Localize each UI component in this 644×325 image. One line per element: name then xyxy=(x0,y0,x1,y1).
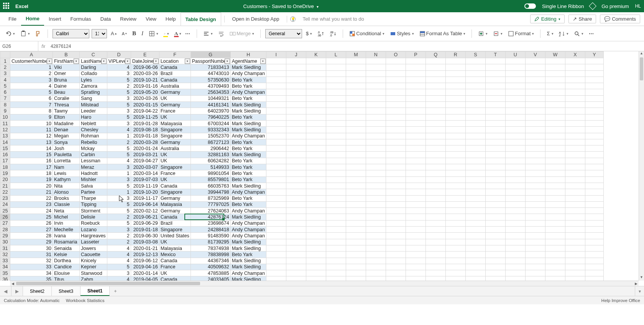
cell[interactable] xyxy=(326,89,346,95)
cell[interactable] xyxy=(485,158,505,164)
cell[interactable]: 98901054 xyxy=(191,170,230,176)
row-header[interactable]: 12 xyxy=(0,127,10,133)
cell[interactable]: Madaline xyxy=(53,120,80,126)
cell[interactable]: Tawny xyxy=(53,108,80,114)
row-header[interactable]: 15 xyxy=(0,145,10,152)
cell[interactable] xyxy=(406,89,426,95)
cell[interactable] xyxy=(485,220,505,226)
cell[interactable]: Ivana xyxy=(53,233,80,239)
row-header[interactable]: 17 xyxy=(0,158,10,164)
cell[interactable] xyxy=(386,195,406,201)
cell[interactable] xyxy=(585,220,603,226)
cell[interactable]: 2020-03-26 xyxy=(131,70,159,77)
row-header[interactable]: 4 xyxy=(0,77,10,83)
cell[interactable] xyxy=(346,58,366,64)
tab-file[interactable]: File xyxy=(4,12,21,26)
cell[interactable] xyxy=(585,120,603,126)
cell[interactable] xyxy=(585,152,603,158)
cell[interactable]: 32 xyxy=(10,258,53,264)
cell[interactable] xyxy=(465,164,485,170)
cell[interactable] xyxy=(565,152,585,158)
cell[interactable]: Andy Champan xyxy=(230,270,266,276)
cell[interactable]: 19 xyxy=(10,176,53,183)
cell[interactable]: Mark Siedling xyxy=(230,245,266,251)
cell[interactable] xyxy=(266,208,286,214)
cell[interactable]: Milstead xyxy=(80,102,107,108)
cell[interactable]: Location▾ xyxy=(159,58,191,64)
go-premium-label[interactable]: Go premium xyxy=(601,3,629,9)
cell[interactable] xyxy=(366,102,386,108)
cell[interactable] xyxy=(266,183,286,189)
cell[interactable] xyxy=(465,145,485,152)
cell[interactable] xyxy=(386,214,406,220)
cell[interactable] xyxy=(465,227,485,233)
cell[interactable] xyxy=(545,152,565,158)
cell[interactable]: 2019-06-21 xyxy=(131,214,159,220)
cell[interactable] xyxy=(306,139,326,145)
cell[interactable] xyxy=(406,227,426,233)
cell[interactable] xyxy=(465,127,485,133)
cell[interactable] xyxy=(525,133,545,139)
cell[interactable] xyxy=(326,170,346,176)
cell[interactable] xyxy=(406,145,426,152)
cell[interactable] xyxy=(445,64,465,70)
cell[interactable] xyxy=(286,239,306,245)
cell[interactable]: 27624063 xyxy=(191,208,230,214)
cell[interactable] xyxy=(406,64,426,70)
cell[interactable] xyxy=(545,233,565,239)
filter-button[interactable]: ▾ xyxy=(125,59,130,64)
cell[interactable] xyxy=(505,233,525,239)
cell[interactable] xyxy=(346,145,366,152)
cell[interactable] xyxy=(346,120,366,126)
column-header-J[interactable]: J xyxy=(286,52,306,58)
cell[interactable]: Stanwood xyxy=(80,270,107,276)
cell[interactable] xyxy=(445,114,465,120)
cell[interactable] xyxy=(386,276,406,281)
cell[interactable] xyxy=(266,133,286,139)
vertical-scroll-thumb[interactable] xyxy=(640,57,643,80)
cell[interactable] xyxy=(366,170,386,176)
cell[interactable] xyxy=(565,208,585,214)
cell[interactable] xyxy=(505,195,525,201)
cell[interactable] xyxy=(505,258,525,264)
cell[interactable] xyxy=(386,64,406,70)
cell[interactable]: 81739295 xyxy=(191,239,230,245)
cell[interactable]: Kelsie xyxy=(53,252,80,258)
cell[interactable] xyxy=(525,183,545,189)
cell[interactable] xyxy=(505,183,525,189)
cell[interactable] xyxy=(266,195,286,201)
cell[interactable]: 5 xyxy=(107,264,131,270)
cell[interactable] xyxy=(505,164,525,170)
column-header-L[interactable]: L xyxy=(326,52,346,58)
cell[interactable]: 2019-01-18 xyxy=(131,133,159,139)
column-header-Q[interactable]: Q xyxy=(426,52,445,58)
cell[interactable] xyxy=(465,176,485,183)
tab-home[interactable]: Home xyxy=(21,12,44,26)
cell[interactable]: 2019-04-22 xyxy=(131,108,159,114)
cell[interactable] xyxy=(326,220,346,226)
row-header[interactable]: 13 xyxy=(0,133,10,139)
cell[interactable] xyxy=(406,276,426,281)
cell[interactable]: Elton xyxy=(53,114,80,120)
cell[interactable]: UK xyxy=(159,176,191,183)
cell[interactable] xyxy=(585,239,603,245)
cell[interactable]: Mark Siedling xyxy=(230,183,266,189)
cell[interactable] xyxy=(585,133,603,139)
cell[interactable]: 78838998 xyxy=(191,252,230,258)
row-header[interactable]: 18 xyxy=(0,164,10,170)
cell[interactable] xyxy=(286,77,306,83)
undo-button[interactable] xyxy=(4,30,16,38)
cell[interactable]: 91483590 xyxy=(191,233,230,239)
row-header[interactable]: 10 xyxy=(0,114,10,120)
cell[interactable] xyxy=(386,170,406,176)
cell[interactable] xyxy=(326,102,346,108)
cell[interactable] xyxy=(366,64,386,70)
cell[interactable]: Hargreaves xyxy=(80,233,107,239)
cell[interactable] xyxy=(326,208,346,214)
cell[interactable] xyxy=(306,233,326,239)
cell[interactable]: 2019-10-21 xyxy=(131,77,159,83)
cell[interactable] xyxy=(426,239,445,245)
cell[interactable]: 2019-04-27 xyxy=(131,158,159,164)
cell[interactable] xyxy=(346,170,366,176)
cell[interactable]: Germany xyxy=(159,208,191,214)
